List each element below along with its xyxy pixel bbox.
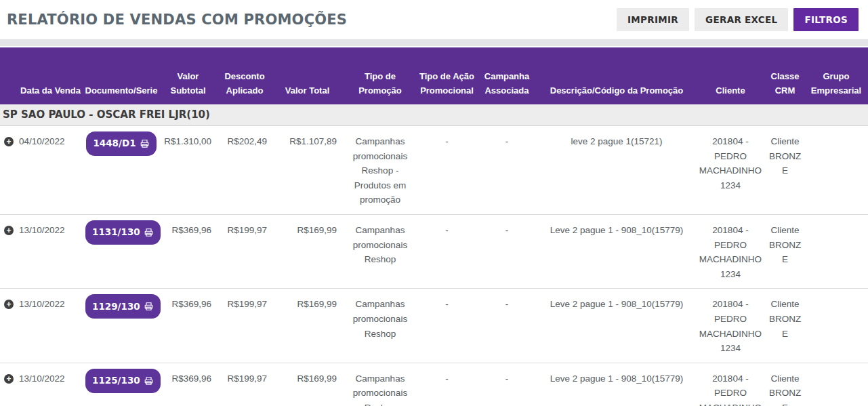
cell-date: 13/10/2022 [18, 214, 83, 288]
cell-subtotal: R$1.310,00 [159, 126, 217, 215]
document-badge[interactable]: 1131/130 [85, 220, 161, 245]
cell-promo-type: Campanhas promocionais Reshop - Produtos… [342, 126, 418, 215]
expand-column-header [0, 47, 18, 104]
printer-icon [144, 376, 154, 386]
cell-action-type: - [418, 289, 476, 363]
cell-campaign: - [476, 289, 538, 363]
cell-business-group [804, 363, 868, 406]
column-header-descricao[interactable]: Descrição/Código da Promoção [538, 47, 695, 104]
column-header-valor-subtotal[interactable]: Valor Subtotal [159, 47, 217, 104]
cell-total: R$169,99 [272, 363, 342, 406]
printer-icon [144, 302, 154, 311]
column-header-data-venda[interactable]: Data da Venda [18, 47, 83, 104]
document-badge[interactable]: 1125/130 [85, 369, 161, 393]
horizontal-scrollbar[interactable] [0, 39, 868, 46]
column-header-classe-crm[interactable]: Classe CRM [766, 47, 804, 104]
sales-report-table: Data da Venda Documento/Serie Valor Subt… [0, 47, 868, 406]
toolbar: IMPRIMIR GERAR EXCEL FILTROS [617, 8, 859, 31]
cell-total: R$1.107,89 [272, 126, 342, 215]
cell-crm-class: Cliente BRONZE [766, 214, 804, 288]
column-header-valor-total[interactable]: Valor Total [272, 47, 342, 104]
cell-crm-class: Cliente BRONZE [766, 126, 804, 215]
column-header-desconto[interactable]: Desconto Aplicado [217, 47, 272, 104]
cell-business-group [804, 126, 868, 215]
table-header: Data da Venda Documento/Serie Valor Subt… [0, 47, 868, 104]
cell-campaign: - [476, 214, 538, 288]
cell-client: 201804 - PEDRO MACHADINHO 1234 [695, 289, 766, 363]
cell-campaign: - [476, 126, 538, 215]
cell-action-type: - [418, 126, 476, 215]
cell-description: leve 2 pague 1(15721) [538, 126, 695, 215]
expand-row-icon[interactable]: + [4, 137, 14, 146]
column-header-acao-promocional[interactable]: Tipo de Ação Promocional [418, 47, 476, 104]
expand-row-icon[interactable]: + [4, 300, 14, 309]
filters-button[interactable]: FILTROS [793, 8, 859, 31]
column-header-grupo-empresarial[interactable]: Grupo Empresarial [804, 47, 868, 104]
print-button[interactable]: IMPRIMIR [617, 8, 689, 31]
table-row: + 13/10/2022 1131/130 R$369,96 R$199,97 … [0, 214, 868, 288]
table-row: + 13/10/2022 1129/130 R$369,96 R$199,97 … [0, 289, 868, 363]
cell-promo-type: Campanhas promocionais Reshop [342, 289, 418, 363]
cell-business-group [804, 214, 868, 288]
expand-row-icon[interactable]: + [4, 374, 14, 384]
cell-date: 04/10/2022 [18, 126, 83, 215]
column-header-tipo-promocao[interactable]: Tipo de Promoção [342, 47, 418, 104]
printer-icon [140, 139, 150, 148]
column-header-documento[interactable]: Documento/Serie [83, 47, 159, 104]
cell-action-type: - [418, 363, 476, 406]
export-excel-button[interactable]: GERAR EXCEL [695, 8, 788, 31]
column-header-campanha[interactable]: Campanha Associada [476, 47, 538, 104]
cell-discount: R$199,97 [217, 214, 272, 288]
cell-subtotal: R$369,96 [159, 214, 217, 288]
cell-client: 201804 - PEDRO MACHADINHO 1234 [695, 126, 766, 215]
cell-client: 201804 - PEDRO MACHADINHO 1234 [695, 214, 766, 288]
document-badge[interactable]: 1448/D1 [86, 131, 156, 156]
cell-crm-class: Cliente BRONZE [766, 363, 804, 406]
store-group-row: SP SAO PAULO - OSCAR FREI LJR(10) [0, 104, 868, 126]
printer-icon [144, 228, 154, 237]
cell-date: 13/10/2022 [18, 363, 83, 406]
cell-action-type: - [418, 214, 476, 288]
expand-row-icon[interactable]: + [4, 226, 14, 235]
document-number: 1129/130 [92, 300, 140, 314]
cell-campaign: - [476, 363, 538, 406]
cell-discount: R$202,49 [217, 126, 272, 215]
column-header-cliente[interactable]: Cliente [695, 47, 766, 104]
table-row: + 04/10/2022 1448/D1 R$1.310,00 R$202,49… [0, 126, 868, 215]
cell-description: Leve 2 pague 1 - 908_10(15779) [538, 214, 695, 288]
cell-discount: R$199,97 [217, 289, 272, 363]
document-number: 1131/130 [92, 225, 140, 240]
cell-promo-type: Campanhas promocionais Reshop [342, 363, 418, 406]
cell-total: R$169,99 [272, 289, 342, 363]
table-row: + 13/10/2022 1125/130 R$369,96 R$199,97 … [0, 363, 868, 406]
document-badge[interactable]: 1129/130 [85, 294, 161, 319]
topbar: RELATÓRIO DE VENDAS COM PROMOÇÕES IMPRIM… [0, 0, 868, 39]
cell-subtotal: R$369,96 [159, 363, 217, 406]
cell-promo-type: Campanhas promocionais Reshop [342, 214, 418, 288]
cell-client: 201804 - PEDRO MACHADINHO 1234 [695, 363, 766, 406]
page-title: RELATÓRIO DE VENDAS COM PROMOÇÕES [7, 12, 347, 28]
cell-crm-class: Cliente BRONZE [766, 289, 804, 363]
cell-subtotal: R$369,96 [159, 289, 217, 363]
store-group-label: SP SAO PAULO - OSCAR FREI LJR(10) [0, 104, 868, 126]
cell-date: 13/10/2022 [18, 289, 83, 363]
document-number: 1125/130 [92, 373, 140, 388]
cell-total: R$169,99 [272, 214, 342, 288]
cell-description: Leve 2 pague 1 - 908_10(15779) [538, 363, 695, 406]
cell-discount: R$199,97 [217, 363, 272, 406]
cell-description: Leve 2 pague 1 - 908_10(15779) [538, 289, 695, 363]
cell-business-group [804, 289, 868, 363]
document-number: 1448/D1 [93, 136, 136, 151]
